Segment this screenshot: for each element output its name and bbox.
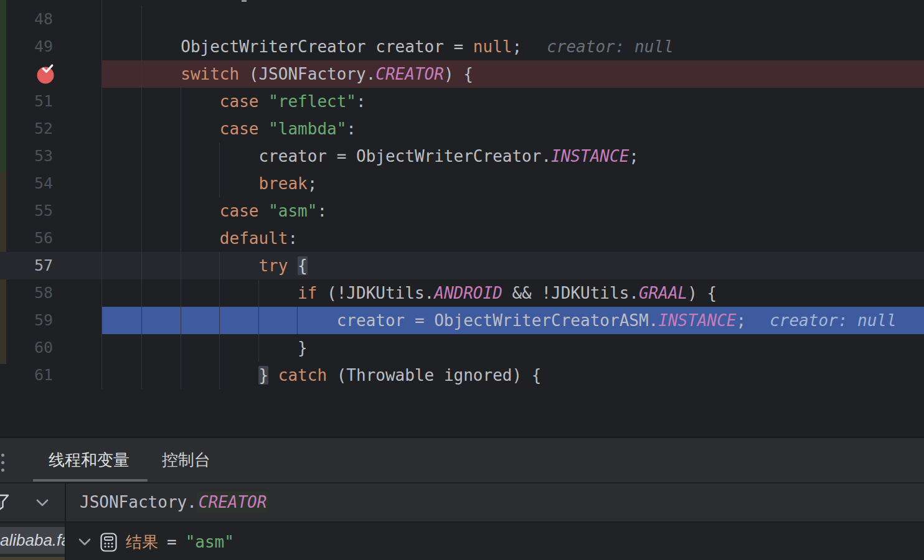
code-text: creator = ObjectWriterCreator.INSTANCE; [103, 142, 639, 170]
line-number[interactable]: 49 [0, 33, 53, 60]
inline-debugger-hint: creator: null [770, 311, 897, 330]
line-number[interactable]: 60 [0, 334, 53, 362]
code-text: case "asm": [103, 197, 327, 225]
watch-expression[interactable]: JSONFactory.CREATOR [80, 483, 268, 521]
chevron-down-icon[interactable] [78, 538, 92, 546]
code-text: try { [103, 252, 308, 279]
indent-guide [297, 307, 298, 334]
code-line[interactable]: 49 ObjectWriterCreator creator = null;cr… [0, 33, 924, 60]
result-label: 结果 [126, 531, 158, 553]
chevron-down-icon[interactable] [35, 498, 49, 507]
panel-divider [65, 483, 66, 523]
line-number[interactable]: 54 [0, 170, 53, 197]
ide-debug-screenshot: 4849 ObjectWriterCreator creator = null;… [0, 0, 924, 560]
tab-console[interactable]: 控制台 [162, 438, 210, 482]
expression-member: CREATOR [197, 492, 269, 513]
code-line[interactable]: 57 try { [0, 252, 924, 279]
indent-guide [258, 279, 259, 362]
line-number[interactable]: 48 [0, 6, 53, 33]
line-number[interactable]: 57 [0, 252, 53, 279]
line-number[interactable]: 53 [0, 142, 53, 170]
code-line[interactable]: 55 case "asm": [0, 197, 924, 225]
line-number[interactable]: 52 [0, 115, 53, 142]
inline-debugger-hint: creator: null [547, 37, 674, 56]
gutter-separator [101, 0, 102, 389]
filter-icon[interactable] [0, 493, 11, 512]
line-number[interactable]: 59 [0, 307, 53, 334]
code-text: creator = ObjectWriterCreatorASM.INSTANC… [103, 307, 897, 334]
code-line[interactable]: 61 } catch (Throwable ignored) { [0, 362, 924, 389]
watch-expression-row[interactable]: JSONFactory.CREATOR [0, 482, 924, 523]
code-line[interactable]: 52 case "lambda": [0, 115, 924, 142]
code-line[interactable]: 54 break; [0, 170, 924, 197]
evaluation-result-row[interactable]: alibaba.fa 结果 = "asm" [0, 521, 924, 560]
code-line[interactable]: 59 creator = ObjectWriterCreatorASM.INST… [0, 307, 924, 334]
code-line[interactable]: 48 [0, 6, 924, 33]
code-line[interactable]: 56 default: [0, 225, 924, 252]
more-options-icon[interactable] [1, 469, 4, 472]
code-editor[interactable]: 4849 ObjectWriterCreator creator = null;… [0, 0, 924, 437]
selected-frame-item[interactable]: alibaba.fa [0, 527, 65, 554]
indent-guide [219, 252, 220, 389]
expression-qualifier: JSONFactory. [80, 493, 197, 511]
line-number[interactable]: 61 [0, 362, 53, 389]
line-number[interactable]: 56 [0, 225, 53, 252]
calculator-result-icon [100, 533, 117, 552]
debugger-tabbar: 线程和变量 控制台 [0, 437, 924, 483]
code-text: switch (JSONFactory.CREATOR) { [103, 60, 473, 88]
code-text: } [103, 334, 308, 362]
code-text: case "reflect": [103, 88, 366, 115]
code-text: ObjectWriterCreator creator = null;creat… [103, 33, 674, 60]
code-text: default: [103, 225, 298, 252]
verified-breakpoint-icon[interactable] [34, 62, 59, 86]
tab-threads-and-variables[interactable]: 线程和变量 [49, 438, 130, 482]
code-line[interactable]: 53 creator = ObjectWriterCreator.INSTANC… [0, 142, 924, 170]
panel-divider [65, 523, 66, 560]
line-number[interactable]: 55 [0, 197, 53, 225]
code-text: if (!JDKUtils.ANDROID && !JDKUtils.GRAAL… [103, 279, 717, 307]
frames-column: alibaba.fa [0, 523, 65, 560]
line-number[interactable]: 58 [0, 279, 53, 307]
code-line[interactable]: 60 } [0, 334, 924, 362]
code-line[interactable]: 51 case "reflect": [0, 88, 924, 115]
code-text: break; [103, 170, 317, 197]
result-value: "asm" [186, 533, 234, 551]
indent-guide [219, 142, 220, 197]
clipped-glyph [242, 0, 247, 2]
more-options-icon[interactable] [1, 454, 4, 457]
selected-tab-indicator [33, 479, 148, 482]
more-options-icon[interactable] [1, 461, 4, 464]
code-text: } catch (Throwable ignored) { [103, 362, 541, 389]
result-equals: = [167, 533, 177, 551]
indent-guide [181, 88, 181, 389]
code-line[interactable]: switch (JSONFactory.CREATOR) { [0, 60, 924, 88]
frame-item-partial [0, 557, 65, 560]
indent-guide [141, 6, 142, 389]
code-line[interactable]: 58 if (!JDKUtils.ANDROID && !JDKUtils.GR… [0, 279, 924, 307]
line-number[interactable]: 51 [0, 88, 53, 115]
